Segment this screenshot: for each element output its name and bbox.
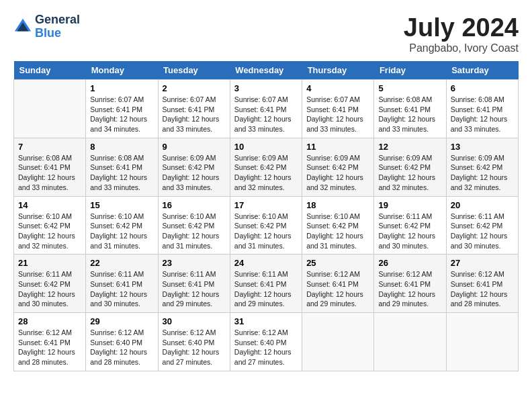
calendar-day-cell: 7Sunrise: 6:08 AMSunset: 6:41 PMDaylight… (14, 138, 86, 196)
day-number: 7 (18, 142, 81, 152)
day-number: 20 (451, 200, 514, 210)
column-header-thursday: Thursday (302, 61, 374, 80)
calendar-header-row: SundayMondayTuesdayWednesdayThursdayFrid… (14, 61, 519, 80)
day-number: 27 (451, 258, 514, 268)
calendar-day-cell: 27Sunrise: 6:12 AMSunset: 6:41 PMDayligh… (446, 255, 518, 313)
day-info: Sunrise: 6:12 AMSunset: 6:41 PMDaylight:… (378, 269, 441, 309)
title-area: July 2024 Pangbabo, Ivory Coast (404, 13, 519, 54)
calendar-day-cell: 15Sunrise: 6:10 AMSunset: 6:42 PMDayligh… (86, 196, 158, 255)
calendar-day-cell: 23Sunrise: 6:11 AMSunset: 6:41 PMDayligh… (158, 255, 230, 313)
day-info: Sunrise: 6:11 AMSunset: 6:41 PMDaylight:… (90, 269, 153, 309)
day-number: 9 (163, 142, 226, 152)
calendar-week-row: 14Sunrise: 6:10 AMSunset: 6:42 PMDayligh… (14, 196, 519, 255)
page-header: General Blue July 2024 Pangbabo, Ivory C… (13, 13, 519, 54)
calendar-day-cell: 1Sunrise: 6:07 AMSunset: 6:41 PMDaylight… (86, 80, 158, 138)
day-number: 29 (90, 316, 153, 326)
calendar-day-cell (302, 313, 374, 371)
day-info: Sunrise: 6:12 AMSunset: 6:40 PMDaylight:… (234, 328, 298, 367)
day-info: Sunrise: 6:09 AMSunset: 6:42 PMDaylight:… (163, 153, 226, 193)
day-number: 6 (451, 83, 514, 93)
day-info: Sunrise: 6:11 AMSunset: 6:42 PMDaylight:… (18, 269, 81, 309)
day-number: 28 (18, 316, 81, 326)
day-info: Sunrise: 6:07 AMSunset: 6:41 PMDaylight:… (306, 95, 369, 134)
day-number: 10 (234, 142, 298, 152)
day-number: 18 (306, 200, 369, 210)
calendar-day-cell: 2Sunrise: 6:07 AMSunset: 6:41 PMDaylight… (158, 80, 230, 138)
day-number: 31 (234, 316, 298, 326)
column-header-sunday: Sunday (14, 61, 86, 80)
day-number: 22 (90, 258, 153, 268)
calendar-day-cell: 22Sunrise: 6:11 AMSunset: 6:41 PMDayligh… (86, 255, 158, 313)
day-info: Sunrise: 6:11 AMSunset: 6:41 PMDaylight:… (234, 269, 298, 309)
day-number: 2 (163, 83, 226, 93)
day-info: Sunrise: 6:07 AMSunset: 6:41 PMDaylight:… (163, 95, 226, 134)
day-info: Sunrise: 6:10 AMSunset: 6:42 PMDaylight:… (163, 212, 226, 251)
calendar-week-row: 28Sunrise: 6:12 AMSunset: 6:41 PMDayligh… (14, 313, 519, 371)
day-info: Sunrise: 6:09 AMSunset: 6:42 PMDaylight:… (306, 153, 369, 193)
day-info: Sunrise: 6:12 AMSunset: 6:41 PMDaylight:… (18, 328, 81, 367)
calendar-day-cell: 8Sunrise: 6:08 AMSunset: 6:41 PMDaylight… (86, 138, 158, 196)
day-number: 26 (378, 258, 441, 268)
column-header-friday: Friday (374, 61, 446, 80)
day-number: 16 (163, 200, 226, 210)
day-number: 30 (163, 316, 226, 326)
day-info: Sunrise: 6:11 AMSunset: 6:42 PMDaylight:… (378, 212, 441, 251)
calendar-day-cell: 18Sunrise: 6:10 AMSunset: 6:42 PMDayligh… (302, 196, 374, 255)
calendar-day-cell (374, 313, 446, 371)
calendar-week-row: 21Sunrise: 6:11 AMSunset: 6:42 PMDayligh… (14, 255, 519, 313)
calendar-day-cell: 26Sunrise: 6:12 AMSunset: 6:41 PMDayligh… (374, 255, 446, 313)
day-number: 24 (234, 258, 298, 268)
day-info: Sunrise: 6:10 AMSunset: 6:42 PMDaylight:… (18, 212, 81, 251)
calendar-day-cell: 10Sunrise: 6:09 AMSunset: 6:42 PMDayligh… (230, 138, 302, 196)
day-info: Sunrise: 6:09 AMSunset: 6:42 PMDaylight:… (378, 153, 441, 193)
logo: General Blue (13, 13, 80, 40)
calendar-day-cell: 29Sunrise: 6:12 AMSunset: 6:40 PMDayligh… (86, 313, 158, 371)
calendar-day-cell: 21Sunrise: 6:11 AMSunset: 6:42 PMDayligh… (14, 255, 86, 313)
calendar-day-cell: 17Sunrise: 6:10 AMSunset: 6:42 PMDayligh… (230, 196, 302, 255)
day-info: Sunrise: 6:12 AMSunset: 6:40 PMDaylight:… (90, 328, 153, 367)
calendar-day-cell: 19Sunrise: 6:11 AMSunset: 6:42 PMDayligh… (374, 196, 446, 255)
calendar-week-row: 7Sunrise: 6:08 AMSunset: 6:41 PMDaylight… (14, 138, 519, 196)
main-title: July 2024 (404, 13, 519, 42)
day-info: Sunrise: 6:07 AMSunset: 6:41 PMDaylight:… (234, 95, 298, 134)
calendar-day-cell: 4Sunrise: 6:07 AMSunset: 6:41 PMDaylight… (302, 80, 374, 138)
day-number: 17 (234, 200, 298, 210)
day-number: 13 (451, 142, 514, 152)
calendar-day-cell: 16Sunrise: 6:10 AMSunset: 6:42 PMDayligh… (158, 196, 230, 255)
calendar-day-cell: 24Sunrise: 6:11 AMSunset: 6:41 PMDayligh… (230, 255, 302, 313)
subtitle: Pangbabo, Ivory Coast (404, 42, 519, 54)
day-info: Sunrise: 6:12 AMSunset: 6:41 PMDaylight:… (451, 269, 514, 309)
calendar-day-cell: 20Sunrise: 6:11 AMSunset: 6:42 PMDayligh… (446, 196, 518, 255)
calendar-day-cell (446, 313, 518, 371)
day-info: Sunrise: 6:12 AMSunset: 6:41 PMDaylight:… (306, 269, 369, 309)
calendar-week-row: 1Sunrise: 6:07 AMSunset: 6:41 PMDaylight… (14, 80, 519, 138)
day-info: Sunrise: 6:11 AMSunset: 6:42 PMDaylight:… (451, 212, 514, 251)
column-header-monday: Monday (86, 61, 158, 80)
day-info: Sunrise: 6:08 AMSunset: 6:41 PMDaylight:… (451, 95, 514, 134)
calendar-day-cell: 12Sunrise: 6:09 AMSunset: 6:42 PMDayligh… (374, 138, 446, 196)
calendar-day-cell: 30Sunrise: 6:12 AMSunset: 6:40 PMDayligh… (158, 313, 230, 371)
day-info: Sunrise: 6:12 AMSunset: 6:40 PMDaylight:… (163, 328, 226, 367)
day-number: 3 (234, 83, 298, 93)
calendar-day-cell: 13Sunrise: 6:09 AMSunset: 6:42 PMDayligh… (446, 138, 518, 196)
day-number: 5 (378, 83, 441, 93)
calendar-day-cell: 28Sunrise: 6:12 AMSunset: 6:41 PMDayligh… (14, 313, 86, 371)
calendar-day-cell: 5Sunrise: 6:08 AMSunset: 6:41 PMDaylight… (374, 80, 446, 138)
calendar-day-cell: 14Sunrise: 6:10 AMSunset: 6:42 PMDayligh… (14, 196, 86, 255)
column-header-saturday: Saturday (446, 61, 518, 80)
day-number: 25 (306, 258, 369, 268)
calendar-day-cell: 3Sunrise: 6:07 AMSunset: 6:41 PMDaylight… (230, 80, 302, 138)
day-info: Sunrise: 6:08 AMSunset: 6:41 PMDaylight:… (90, 153, 153, 193)
day-number: 11 (306, 142, 369, 152)
column-header-wednesday: Wednesday (230, 61, 302, 80)
day-info: Sunrise: 6:09 AMSunset: 6:42 PMDaylight:… (234, 153, 298, 193)
day-number: 4 (306, 83, 369, 93)
day-number: 12 (378, 142, 441, 152)
day-info: Sunrise: 6:08 AMSunset: 6:41 PMDaylight:… (378, 95, 441, 134)
day-number: 14 (18, 200, 81, 210)
calendar-day-cell: 31Sunrise: 6:12 AMSunset: 6:40 PMDayligh… (230, 313, 302, 371)
column-header-tuesday: Tuesday (158, 61, 230, 80)
calendar-day-cell: 6Sunrise: 6:08 AMSunset: 6:41 PMDaylight… (446, 80, 518, 138)
day-info: Sunrise: 6:11 AMSunset: 6:41 PMDaylight:… (163, 269, 226, 309)
day-number: 8 (90, 142, 153, 152)
